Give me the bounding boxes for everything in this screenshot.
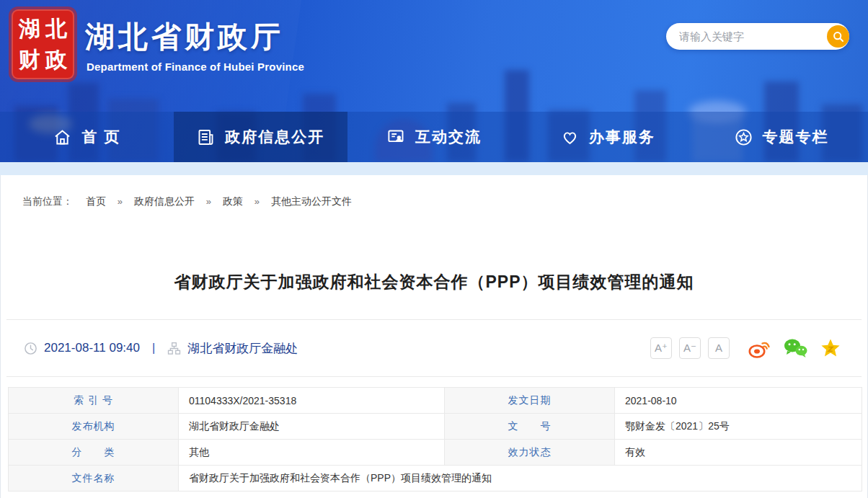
star-circle-icon bbox=[734, 128, 753, 147]
font-reset-button[interactable]: A bbox=[708, 337, 730, 359]
site-subtitle-english: Department of Finance of Hubei Province bbox=[87, 61, 304, 73]
home-icon bbox=[53, 128, 72, 147]
nav-item-label: 专题专栏 bbox=[763, 127, 829, 147]
publish-source[interactable]: 湖北省财政厅金融处 bbox=[187, 340, 298, 357]
meta-separator: | bbox=[152, 342, 155, 355]
article-meta-right: A⁺ A⁻ A bbox=[650, 337, 862, 359]
doc-index-number-value: 01104333X/2021-35318 bbox=[179, 388, 445, 414]
nav-item-services[interactable]: 办事服务 bbox=[521, 112, 694, 162]
nav-item-label: 首 页 bbox=[81, 127, 120, 147]
doc-index-number-label: 索 引 号 bbox=[9, 388, 179, 414]
hubei-finance-seal-logo: 湖 北 财 政 bbox=[12, 9, 74, 79]
breadcrumb-label: 当前位置： bbox=[22, 195, 73, 207]
org-sitemap-icon bbox=[167, 342, 181, 355]
doc-issue-date-value: 2021-08-10 bbox=[615, 388, 862, 414]
nav-item-label: 办事服务 bbox=[589, 127, 655, 147]
article-meta-left: 2021-08-11 09:40 | 湖北省财政厅金融处 bbox=[6, 340, 298, 357]
doc-file-name-value: 省财政厅关于加强政府和社会资本合作（PPP）项目绩效管理的通知 bbox=[179, 466, 862, 492]
font-increase-button[interactable]: A⁺ bbox=[650, 337, 672, 359]
document-info-table: 索 引 号 01104333X/2021-35318 发文日期 2021-08-… bbox=[8, 387, 862, 492]
doc-category-label: 分 类 bbox=[9, 440, 179, 466]
search-box bbox=[666, 23, 849, 50]
doc-number-label: 文 号 bbox=[445, 414, 615, 440]
article-title: 省财政厅关于加强政府和社会资本合作（PPP）项目绩效管理的通知 bbox=[1, 272, 867, 292]
doc-issue-date-label: 发文日期 bbox=[445, 388, 615, 414]
nav-item-home[interactable]: 首 页 bbox=[0, 112, 174, 162]
qzone-icon[interactable] bbox=[820, 338, 841, 358]
table-row: 索 引 号 01104333X/2021-35318 发文日期 2021-08-… bbox=[9, 388, 862, 414]
seal-char: 湖 bbox=[18, 18, 40, 40]
interaction-icon bbox=[386, 128, 406, 147]
doc-validity-status-label: 效力状态 bbox=[445, 440, 615, 466]
search-input[interactable] bbox=[666, 23, 827, 50]
seal-char: 财 bbox=[18, 48, 40, 71]
nav-item-label: 互动交流 bbox=[415, 127, 482, 147]
main-nav: 首 页 政府信息公开 互动交流 bbox=[0, 112, 868, 162]
publish-datetime: 2021-08-11 09:40 bbox=[44, 341, 140, 355]
table-row: 分 类 其他 效力状态 有效 bbox=[9, 440, 862, 466]
search-button[interactable] bbox=[827, 25, 849, 48]
seal-char: 政 bbox=[45, 48, 68, 71]
doc-file-name-label: 文件名称 bbox=[9, 466, 179, 492]
breadcrumb-item-policy[interactable]: 政策 bbox=[223, 195, 243, 207]
site-header: 湖 北 财 政 湖北省财政厅 Department of Finance of … bbox=[0, 0, 868, 162]
table-row: 文件名称 省财政厅关于加强政府和社会资本合作（PPP）项目绩效管理的通知 bbox=[9, 466, 862, 492]
breadcrumb-separator: » bbox=[206, 196, 211, 207]
doc-validity-status-value: 有效 bbox=[615, 440, 862, 466]
breadcrumb-item-home[interactable]: 首页 bbox=[86, 195, 106, 207]
breadcrumb: 当前位置： 首页 » 政府信息公开 » 政策 » 其他主动公开文件 bbox=[1, 175, 867, 208]
clock-icon bbox=[24, 342, 37, 355]
search-icon bbox=[833, 31, 844, 43]
weibo-icon[interactable] bbox=[748, 339, 771, 358]
doc-issuing-agency-value: 湖北省财政厅金融处 bbox=[179, 414, 445, 440]
content-panel: 当前位置： 首页 » 政府信息公开 » 政策 » 其他主动公开文件 省财政厅关于… bbox=[0, 175, 868, 498]
share-group bbox=[748, 338, 841, 358]
table-row: 发布机构 湖北省财政厅金融处 文 号 鄂财金发〔2021〕25号 bbox=[9, 414, 862, 440]
nav-item-label: 政府信息公开 bbox=[225, 127, 324, 147]
breadcrumb-item-other-public-files[interactable]: 其他主动公开文件 bbox=[271, 195, 352, 207]
breadcrumb-separator: » bbox=[118, 196, 123, 207]
article-meta-bar: 2021-08-11 09:40 | 湖北省财政厅金融处 A⁺ A⁻ A bbox=[6, 319, 862, 377]
breadcrumb-separator: » bbox=[254, 196, 260, 207]
doc-category-value: 其他 bbox=[179, 440, 445, 466]
seal-char: 北 bbox=[45, 18, 68, 40]
doc-number-value: 鄂财金发〔2021〕25号 bbox=[615, 414, 862, 440]
breadcrumb-item-gov-info[interactable]: 政府信息公开 bbox=[134, 195, 195, 207]
wechat-icon[interactable] bbox=[783, 338, 807, 358]
site-title: 湖北省财政厅 bbox=[85, 17, 284, 57]
doc-issuing-agency-label: 发布机构 bbox=[9, 414, 179, 440]
font-decrease-button[interactable]: A⁻ bbox=[679, 337, 701, 359]
nav-item-interaction[interactable]: 互动交流 bbox=[347, 112, 521, 162]
light-blue-divider-strip bbox=[0, 162, 868, 175]
nav-item-gov-info[interactable]: 政府信息公开 bbox=[174, 112, 347, 162]
gov-info-icon bbox=[196, 128, 216, 147]
nav-item-special-columns[interactable]: 专题专栏 bbox=[694, 112, 868, 162]
heart-icon bbox=[560, 128, 580, 147]
